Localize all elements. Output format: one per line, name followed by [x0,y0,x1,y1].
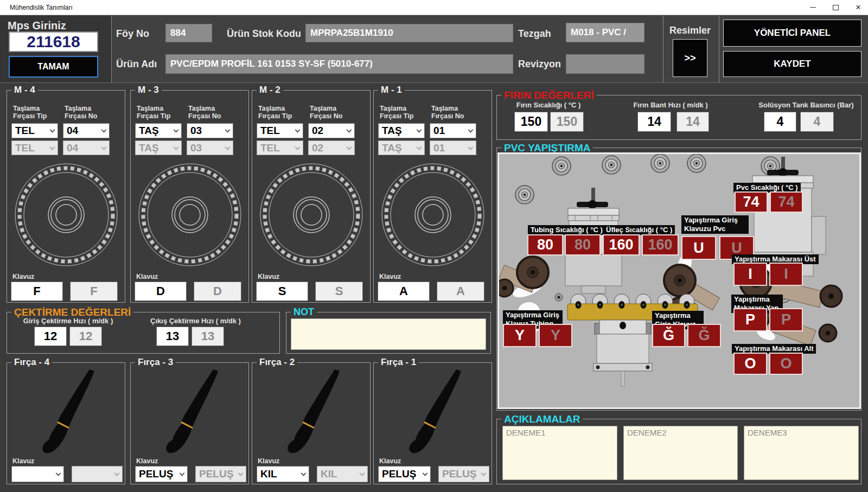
firca2-title: Fırça - 2 [257,357,297,368]
firca4-klavuz-select[interactable] [11,466,64,482]
yapistirma-giris-klavuz-input[interactable]: Ğ [652,324,685,347]
m2-tip-select[interactable]: TEL [257,123,303,138]
firca3-panel: Fırça - 3 Klavuz PELUŞ PELUŞ [130,362,249,484]
brush-disc-drawing [379,161,487,269]
m1-tip-select[interactable]: TAŞ [378,123,425,138]
resimler-button[interactable]: >> [673,39,707,77]
m4-tip-select[interactable]: TEL [11,123,58,138]
m4-no-label: Taşlama Fırçası No [65,105,110,120]
yapistirma-giris-klavuz-input-mirror: Ğ [687,324,721,347]
aciklamalar-title: AÇIKLAMALAR [501,413,583,425]
not-panel: NOT [286,312,491,354]
kaydet-button[interactable]: KAYDET [723,51,861,77]
chevron-down-icon [114,471,120,476]
giris-cektirme-input-mirror: 12 [69,327,102,346]
firca3-klavuz-select-mirror: PELUŞ [195,466,246,482]
m2-klavuz-label: Klavuz [258,273,279,280]
aciklama3-textarea[interactable]: DENEME3 [744,426,859,480]
urun-stok-label: Ürün Stok Kodu [227,28,301,40]
m1-no-select[interactable]: 01 [430,123,476,138]
m3-klavuz-input-mirror: D [194,282,241,301]
urun-adi-input[interactable]: PVC/EPDM PROFİL 161 0153 SY-SF (5010-677… [165,54,513,74]
tamam-button[interactable]: TAMAM [9,56,98,78]
yapistirma-makarasi-yan-input[interactable]: P [733,308,767,331]
firca3-klavuz-label: Klavuz [136,457,158,465]
tezgah-input[interactable]: M018 - PVC / [566,23,644,42]
m3-tip-select[interactable]: TAŞ [135,123,182,138]
firin-bant-hizi-label: Fırın Bant Hızı ( m/dk ) [624,101,717,109]
m1-klavuz-label: Klavuz [379,273,401,280]
urun-stok-input[interactable]: MPRPA25B1M1910 [305,24,513,42]
m4-no-select-mirror: 04 [63,140,110,155]
firin-bant-hizi-input-mirror: 14 [676,112,709,132]
mps-input[interactable]: 211618 [9,31,98,52]
chevron-down-icon [225,144,231,150]
tubing-sicakligi-input[interactable]: 80 [527,234,563,255]
chevron-down-icon [50,144,55,150]
chevron-down-icon [417,127,422,133]
revizyon-input[interactable] [566,54,644,74]
m4-klavuz-label: Klavuz [12,273,34,280]
firin-panel: FIRIN DEĞERLERİ Fırın Sıcaklığı ( °C ) 1… [496,95,861,140]
yapistirma-giris-klavuz-tubing-input[interactable]: Y [503,324,537,347]
paintbrush-drawing [274,368,355,455]
m4-no-select[interactable]: 04 [63,123,110,138]
close-button[interactable]: ✕ [847,0,868,15]
chevron-down-icon [468,127,474,133]
m3-no-select[interactable]: 03 [187,123,233,138]
solusyon-basinci-input[interactable]: 4 [764,112,796,132]
m3-klavuz-input[interactable]: D [135,282,187,301]
firca4-title: Fırça - 4 [11,357,52,368]
m4-klavuz-input[interactable]: F [11,282,63,301]
firin-bant-hizi-input[interactable]: 14 [637,112,671,132]
chevron-down-icon [225,127,231,133]
not-textarea[interactable] [291,318,486,350]
firca1-klavuz-select[interactable]: PELUŞ [378,466,431,482]
mps-label: Mps Giriniz [8,20,66,32]
chevron-down-icon [423,471,428,476]
yapistirma-makarasi-alt-input-mirror: O [769,353,803,375]
machine-drawing [499,154,859,407]
aciklama1-textarea[interactable]: DENEME1 [502,426,617,480]
paintbrush-drawing [395,368,477,455]
m2-no-select[interactable]: 02 [308,123,355,138]
pvc-sicakligi-input[interactable]: 74 [735,191,768,213]
cikis-cektirme-label: Çıkış Çektirme Hızı ( m/dk ) [148,317,243,325]
chevron-down-icon [56,471,61,476]
firca2-klavuz-select[interactable]: KIL [257,466,309,482]
uflec-sicakligi-input-mirror: 160 [642,234,679,255]
yapistirma-giris-klavuzu-pvc-input[interactable]: U [681,236,716,260]
m3-panel: M - 3 Taşlama Fırçası Tip Taşlama Fırças… [130,90,249,303]
firin-sicakligi-label: Fırın Sıcaklığı ( °C ) [502,101,595,109]
chevron-down-icon [360,471,365,476]
firin-sicakligi-input[interactable]: 150 [514,112,548,132]
firca3-klavuz-select[interactable]: PELUŞ [135,466,188,482]
chevron-down-icon [468,144,474,150]
divider [111,16,112,82]
chevron-down-icon [180,471,185,476]
firca3-title: Fırça - 3 [135,357,176,368]
m1-klavuz-input[interactable]: A [378,282,430,301]
firca1-title: Fırça - 1 [378,357,419,368]
cektirme-panel: ÇEKTİRME DEĞERLERİ Giriş Çektirme Hızı (… [7,312,280,354]
yonetici-panel-button[interactable]: YÖNETİCİ PANEL [723,20,861,47]
chevron-down-icon [481,471,487,476]
giris-cektirme-label: Giriş Çektirme Hızı ( m/dk ) [21,317,116,325]
m2-title: M - 2 [257,85,283,95]
yapistirma-giris-klavuz-tubing-input-mirror: Y [539,324,572,347]
yapistirma-makarasi-ust-input[interactable]: I [733,263,767,286]
aciklama2-textarea[interactable]: DENEME2 [623,426,738,480]
yapistirma-makarasi-alt-input[interactable]: O [733,353,767,375]
maximize-button[interactable] [824,0,847,15]
giris-cektirme-input[interactable]: 12 [34,327,67,346]
m1-no-select-mirror: 01 [430,140,476,155]
window-title: Mühendislik Tanımları [10,4,73,11]
foy-no-input[interactable]: 884 [165,24,212,42]
m2-tip-label: Taşlama Fırçası Tip [258,105,304,120]
cikis-cektirme-input[interactable]: 13 [156,327,189,346]
minimize-button[interactable] [801,0,824,15]
uflec-sicakligi-input[interactable]: 160 [603,234,640,255]
solusyon-basinci-label: Solüsyon Tank Basıncı (Bar) [757,101,855,109]
machine-diagram: Tubing Sıcaklığı ( °C ) 80 80 Üfleç Sıca… [497,152,861,409]
m2-klavuz-input[interactable]: S [256,282,308,301]
